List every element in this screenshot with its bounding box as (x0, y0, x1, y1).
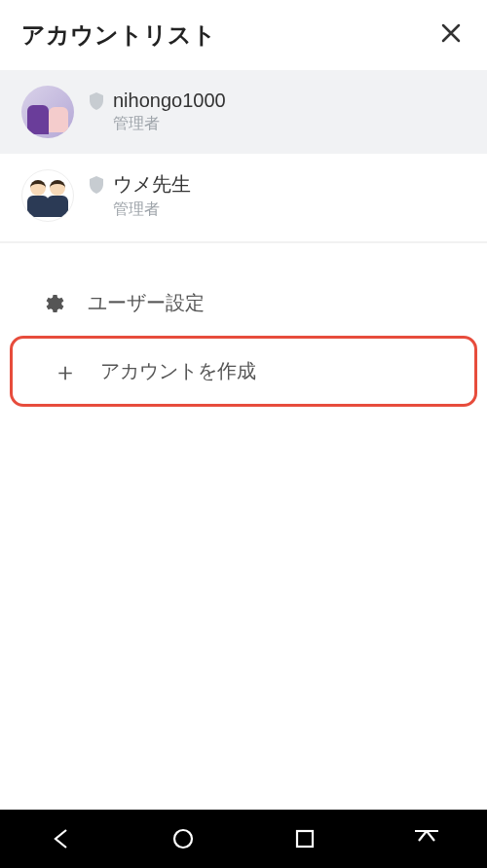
account-info: ウメ先生 管理者 (88, 171, 191, 220)
svg-point-0 (174, 830, 192, 848)
account-name: ウメ先生 (113, 171, 191, 198)
shield-icon (88, 175, 105, 195)
home-button[interactable] (154, 819, 212, 858)
shield-icon (88, 91, 105, 111)
account-name: nihongo1000 (113, 90, 226, 112)
account-role: 管理者 (113, 114, 226, 134)
menu-label: ユーザー設定 (88, 290, 205, 316)
plus-icon: ＋ (54, 360, 77, 383)
highlight-annotation: ＋ アカウントを作成 (10, 336, 477, 407)
android-nav-bar (0, 810, 487, 868)
recent-button[interactable] (276, 819, 334, 858)
ime-button[interactable] (397, 819, 456, 858)
avatar (21, 169, 74, 222)
close-button[interactable] (436, 18, 466, 53)
account-info: nihongo1000 管理者 (88, 90, 226, 134)
create-account-item[interactable]: ＋ アカウントを作成 (13, 339, 474, 404)
user-settings-item[interactable]: ユーザー設定 (0, 271, 487, 336)
header: アカウントリスト (0, 0, 487, 70)
menu-section: ユーザー設定 ＋ アカウントを作成 (0, 243, 487, 407)
svg-rect-1 (297, 831, 313, 847)
back-button[interactable] (32, 819, 91, 858)
account-list: nihongo1000 管理者 ウメ先生 管理者 (0, 70, 487, 237)
account-item[interactable]: ウメ先生 管理者 (0, 154, 487, 237)
close-icon (440, 19, 462, 50)
menu-label: アカウントを作成 (100, 358, 256, 384)
account-item[interactable]: nihongo1000 管理者 (0, 70, 487, 154)
gear-icon (41, 292, 64, 315)
avatar (21, 86, 74, 138)
account-role: 管理者 (113, 199, 191, 220)
page-title: アカウントリスト (21, 19, 216, 51)
